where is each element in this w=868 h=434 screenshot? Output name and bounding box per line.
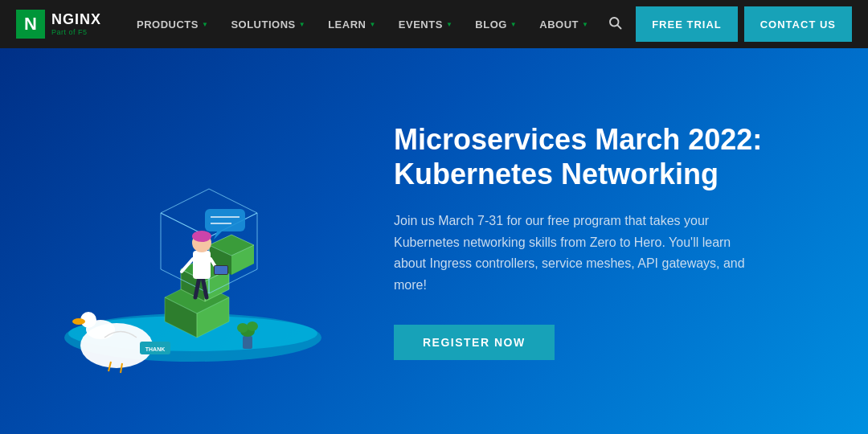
search-icon[interactable]	[600, 15, 630, 33]
hero-description: Join us March 7-31 for our free program …	[394, 211, 764, 296]
brand-name: NGINX	[51, 12, 101, 28]
svg-point-7	[72, 318, 85, 325]
navbar: N NGINX Part of F5 PRODUCTS ▼ SOLUTIONS …	[0, 0, 868, 48]
brand-tagline: Part of F5	[51, 28, 101, 36]
brand-text: NGINX Part of F5	[51, 12, 101, 36]
nav-item-events[interactable]: EVENTS ▼	[387, 0, 464, 48]
svg-rect-31	[193, 251, 211, 279]
chevron-down-icon: ▼	[510, 21, 517, 28]
svg-rect-38	[205, 209, 245, 231]
logo-box: N	[16, 10, 45, 39]
nav-item-blog[interactable]: BLOG ▼	[464, 0, 528, 48]
chevron-down-icon: ▼	[582, 21, 588, 28]
chevron-down-icon: ▼	[299, 21, 305, 28]
svg-text:THANK: THANK	[145, 346, 166, 352]
svg-rect-41	[243, 336, 252, 349]
hero-content: Microservices March 2022: Kubernetes Net…	[362, 122, 812, 360]
register-now-button[interactable]: REGISTER NOW	[394, 325, 555, 360]
free-trial-button[interactable]: FREE TRIAL	[636, 6, 738, 42]
nav-links: PRODUCTS ▼ SOLUTIONS ▼ LEARN ▼ EVENTS ▼ …	[125, 0, 636, 48]
hero-section: THANK Microservices March 2022: Kubernet…	[0, 48, 868, 434]
logo-letter: N	[24, 15, 37, 33]
svg-line-1	[618, 25, 621, 28]
hero-title: Microservices March 2022: Kubernetes Net…	[394, 122, 764, 191]
nav-item-solutions[interactable]: SOLUTIONS ▼	[219, 0, 317, 48]
nav-buttons: FREE TRIAL CONTACT US	[636, 6, 852, 42]
svg-point-43	[237, 323, 248, 333]
chevron-down-icon: ▼	[202, 21, 208, 28]
chevron-down-icon: ▼	[446, 21, 452, 28]
svg-rect-37	[215, 266, 227, 274]
nav-item-learn[interactable]: LEARN ▼	[317, 0, 387, 48]
svg-point-44	[247, 321, 258, 331]
nav-item-about[interactable]: ABOUT ▼	[528, 0, 600, 48]
svg-point-33	[192, 231, 211, 242]
hero-illustration: THANK	[24, 72, 362, 410]
brand-logo[interactable]: N NGINX Part of F5	[16, 10, 101, 39]
chevron-down-icon: ▼	[369, 21, 375, 28]
contact-us-button[interactable]: CONTACT US	[744, 6, 852, 42]
nav-item-products[interactable]: PRODUCTS ▼	[125, 0, 219, 48]
